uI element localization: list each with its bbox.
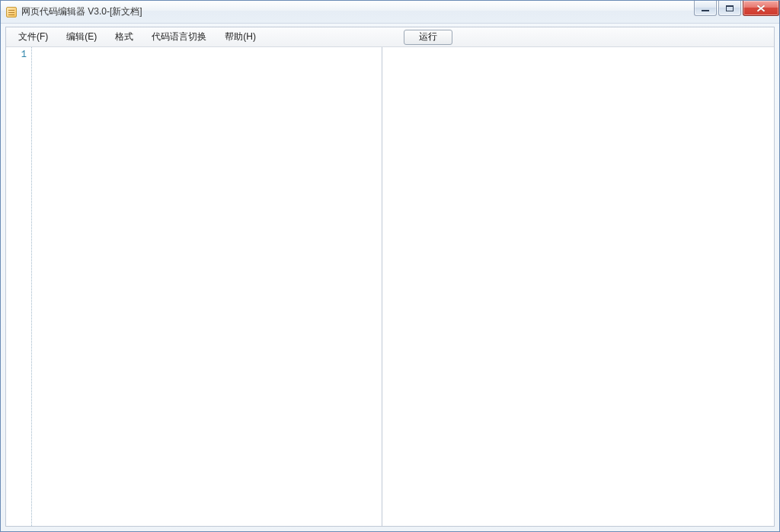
- minimize-button[interactable]: [694, 1, 717, 16]
- run-button-wrap: 运行: [404, 30, 452, 45]
- close-icon: [756, 5, 766, 12]
- line-number-gutter: 1: [6, 47, 32, 526]
- menu-language[interactable]: 代码语言切换: [144, 28, 214, 46]
- editor-split: 1: [6, 47, 774, 526]
- menu-file[interactable]: 文件(F): [11, 28, 56, 46]
- code-editor[interactable]: [32, 47, 382, 526]
- maximize-button[interactable]: [718, 1, 741, 16]
- window-title: 网页代码编辑器 V3.0-[新文档]: [21, 5, 142, 18]
- menu-bar: 文件(F) 编辑(E) 格式 代码语言切换 帮助(H) 运行: [6, 27, 774, 47]
- minimize-icon: [702, 10, 709, 11]
- document-icon: [6, 7, 17, 18]
- window-controls: [694, 1, 779, 16]
- line-number: 1: [6, 49, 27, 61]
- menu-help[interactable]: 帮助(H): [217, 28, 264, 46]
- maximize-icon: [726, 5, 734, 11]
- app-icon: [5, 6, 18, 18]
- title-bar[interactable]: 网页代码编辑器 V3.0-[新文档]: [1, 1, 779, 24]
- app-window: 网页代码编辑器 V3.0-[新文档] 文件(F) 编辑(E) 格式 代码语言切换…: [0, 0, 780, 532]
- menu-format[interactable]: 格式: [107, 28, 141, 46]
- preview-pane: [382, 47, 774, 526]
- client-area: 文件(F) 编辑(E) 格式 代码语言切换 帮助(H) 运行 1: [5, 27, 775, 527]
- code-pane: 1: [6, 47, 382, 526]
- run-button[interactable]: 运行: [404, 30, 452, 45]
- close-button[interactable]: [743, 1, 779, 16]
- menu-edit[interactable]: 编辑(E): [59, 28, 104, 46]
